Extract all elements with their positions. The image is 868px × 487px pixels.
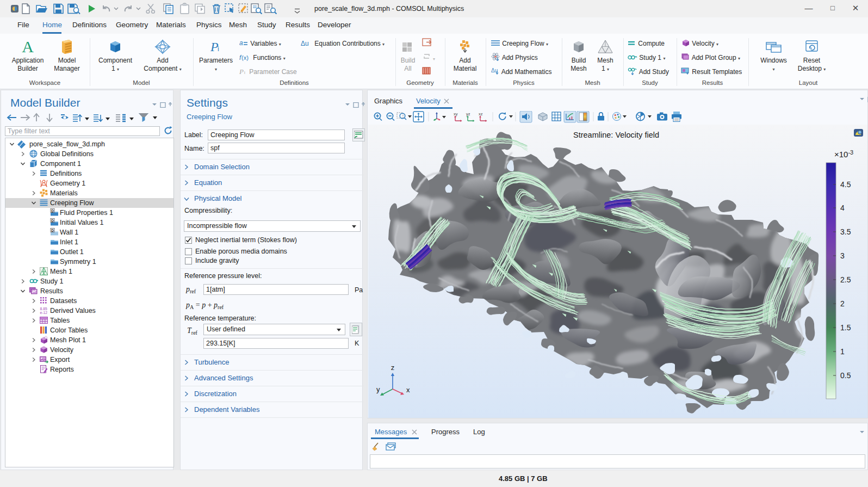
svg-text:4.5: 4.5 bbox=[840, 180, 851, 189]
svg-text:P: P bbox=[239, 68, 244, 75]
svg-text:z: z bbox=[391, 363, 395, 372]
svg-text:1: 1 bbox=[840, 347, 845, 356]
svg-text:3.5: 3.5 bbox=[840, 227, 851, 236]
svg-text:x: x bbox=[406, 386, 410, 394]
svg-text:e-12: e-12 bbox=[40, 311, 48, 315]
svg-text:xz: xz bbox=[479, 112, 483, 116]
svg-text:yz: yz bbox=[466, 112, 470, 116]
svg-text:a: a bbox=[239, 40, 243, 47]
svg-text:D: D bbox=[51, 219, 54, 223]
svg-text:D: D bbox=[51, 229, 54, 232]
svg-text:i: i bbox=[218, 45, 219, 53]
svg-text:D: D bbox=[51, 209, 54, 213]
svg-text:0.5: 0.5 bbox=[840, 371, 851, 380]
svg-text:Streamline: Velocity field: Streamline: Velocity field bbox=[573, 131, 659, 139]
svg-text:xy: xy bbox=[454, 112, 458, 116]
svg-text:A: A bbox=[22, 39, 34, 54]
svg-text:y: y bbox=[376, 385, 380, 393]
svg-text:2: 2 bbox=[840, 299, 845, 308]
svg-text:8.85: 8.85 bbox=[40, 307, 47, 311]
svg-text:i: i bbox=[244, 70, 245, 75]
svg-text:1.5: 1.5 bbox=[840, 323, 851, 332]
svg-text:4: 4 bbox=[840, 204, 845, 212]
svg-text:Δu: Δu bbox=[301, 40, 309, 47]
svg-text:3: 3 bbox=[840, 251, 845, 260]
svg-text:2.5: 2.5 bbox=[840, 275, 851, 284]
svg-text:(x): (x) bbox=[241, 54, 249, 61]
